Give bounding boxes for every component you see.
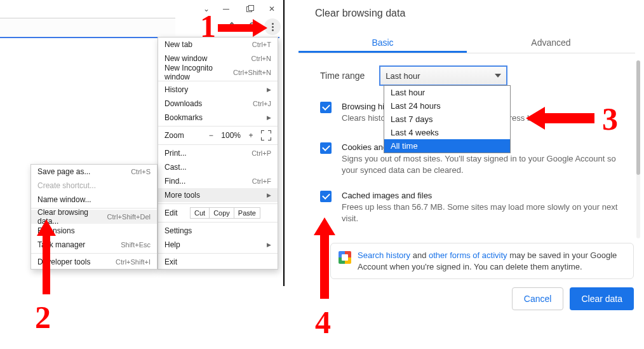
menu-separator (31, 253, 157, 254)
window-minimize-button[interactable]: ─ (215, 1, 238, 17)
label: Help (164, 240, 180, 249)
checkbox[interactable] (320, 102, 332, 113)
menu-item-bookmarks[interactable]: Bookmarks▶ (158, 111, 278, 125)
checkbox-title: Cached images and files (342, 191, 631, 200)
menu-item-find[interactable]: Find...Ctrl+F (158, 174, 278, 188)
submenu-item-create-shortcut: Create shortcut... (31, 179, 157, 193)
time-range-label: Time range (320, 71, 365, 81)
dropdown-option[interactable]: Last 7 days (384, 113, 510, 126)
label: Find... (164, 177, 185, 186)
dialog-tabs: Basic Advanced (299, 32, 635, 53)
label: Settings (164, 226, 192, 235)
label: Clear browsing data... (37, 208, 107, 226)
checkbox-desc: Frees up less than 56.7 MB. Some sites m… (342, 202, 631, 224)
label: Extensions (37, 226, 75, 235)
shortcut: Ctrl+S (131, 168, 151, 175)
cut-button[interactable]: Cut (190, 207, 210, 219)
shortcut: Ctrl+Shift+Del (107, 213, 151, 221)
dropdown-option-highlighted[interactable]: All time (384, 139, 510, 153)
menu-item-settings[interactable]: Settings (158, 224, 278, 238)
submenu-item-extensions[interactable]: Extensions (31, 224, 157, 238)
shortcut: Ctrl+Shift+N (233, 69, 271, 76)
zoom-in-button[interactable]: + (245, 131, 257, 140)
dropdown-option[interactable]: Last hour (384, 86, 510, 99)
tab-search-dropdown-icon[interactable]: ⌄ (198, 4, 215, 13)
checkbox-desc: Signs you out of most sites. You'll stay… (342, 153, 631, 175)
shortcut: Ctrl+P (252, 149, 271, 157)
scrollbar-thumb[interactable] (636, 60, 640, 175)
label: Developer tools (37, 257, 90, 266)
time-range-select[interactable]: Last hour (380, 66, 507, 85)
more-tools-submenu: Save page as...Ctrl+S Create shortcut...… (30, 164, 158, 270)
tab-basic[interactable]: Basic (299, 32, 467, 53)
menu-separator (158, 222, 278, 222)
label: Create shortcut... (37, 181, 96, 190)
menu-separator (158, 203, 278, 204)
svg-point-0 (250, 23, 254, 27)
menu-separator (158, 126, 278, 127)
submenu-item-dev-tools[interactable]: Developer toolsCtrl+Shift+I (31, 255, 157, 269)
submenu-item-clear-browsing-data[interactable]: Clear browsing data...Ctrl+Shift+Del (31, 210, 157, 224)
menu-item-cast[interactable]: Cast... (158, 160, 278, 174)
tab-advanced[interactable]: Advanced (467, 32, 635, 53)
label: Downloads (164, 99, 202, 108)
menu-item-new-tab[interactable]: New tabCtrl+T (158, 38, 278, 51)
fullscreen-icon[interactable] (261, 130, 271, 140)
info-box: Search history and other forms of activi… (330, 243, 634, 279)
submenu-item-name-window[interactable]: Name window... (31, 193, 157, 207)
profile-icon[interactable] (244, 20, 260, 34)
dialog-title: Clear browsing data (315, 8, 405, 19)
dropdown-option[interactable]: Last 4 weeks (384, 126, 510, 139)
submenu-item-save-page[interactable]: Save page as...Ctrl+S (31, 165, 157, 179)
copy-button[interactable]: Copy (210, 207, 234, 219)
menu-item-exit[interactable]: Exit (158, 255, 278, 269)
zoom-value: 100% (221, 131, 241, 140)
label: Edit (164, 209, 190, 217)
time-range-value: Last hour (386, 71, 420, 81)
clear-data-button[interactable]: Clear data (570, 287, 634, 310)
dialog-scrollbar[interactable] (636, 60, 640, 238)
menu-separator (158, 144, 278, 145)
menu-item-incognito[interactable]: New Incognito windowCtrl+Shift+N (158, 65, 278, 79)
window-close-button[interactable]: ✕ (260, 1, 283, 17)
share-icon[interactable] (224, 20, 240, 34)
checkbox[interactable] (320, 142, 332, 154)
menu-kebab-icon[interactable] (264, 18, 281, 35)
label: New Incognito window (164, 64, 233, 81)
cancel-button[interactable]: Cancel (512, 287, 564, 310)
shortcut: Ctrl+Shift+I (116, 258, 151, 266)
chevron-right-icon: ▶ (267, 86, 271, 93)
menu-item-help[interactable]: Help▶ (158, 238, 278, 252)
shortcut: Ctrl+J (253, 100, 271, 107)
zoom-out-button[interactable]: − (205, 131, 217, 140)
label: Exit (164, 257, 177, 266)
label: Zoom (164, 131, 201, 140)
link-other-activity[interactable]: other forms of activity (429, 250, 507, 260)
shortcut: Ctrl+N (252, 55, 271, 62)
label: New tab (164, 40, 192, 49)
google-icon (339, 251, 351, 264)
label: Cast... (164, 163, 187, 172)
chevron-right-icon: ▶ (267, 242, 271, 248)
menu-item-more-tools[interactable]: More tools▶ (158, 188, 278, 202)
time-range-dropdown: Last hour Last 24 hours Last 7 days Last… (384, 85, 511, 153)
label: Bookmarks (164, 113, 203, 122)
submenu-item-task-manager[interactable]: Task managerShift+Esc (31, 238, 157, 252)
label: New window (164, 54, 207, 63)
menu-item-history[interactable]: History▶ (158, 83, 278, 97)
checkbox[interactable] (320, 191, 332, 202)
window-maximize-button[interactable] (238, 1, 260, 17)
label: Name window... (37, 195, 91, 204)
label: Print... (164, 149, 187, 158)
dropdown-option[interactable]: Last 24 hours (384, 99, 510, 113)
menu-item-downloads[interactable]: DownloadsCtrl+J (158, 97, 278, 111)
chrome-main-menu: New tabCtrl+T New windowCtrl+N New Incog… (158, 37, 278, 270)
label: Task manager (37, 240, 85, 249)
chevron-right-icon: ▶ (267, 114, 271, 121)
link-search-history[interactable]: Search history (358, 250, 410, 260)
label: History (164, 85, 188, 94)
layout-divider (283, 0, 285, 286)
menu-item-print[interactable]: Print...Ctrl+P (158, 146, 278, 160)
label: More tools (164, 191, 200, 200)
paste-button[interactable]: Paste (234, 207, 260, 219)
